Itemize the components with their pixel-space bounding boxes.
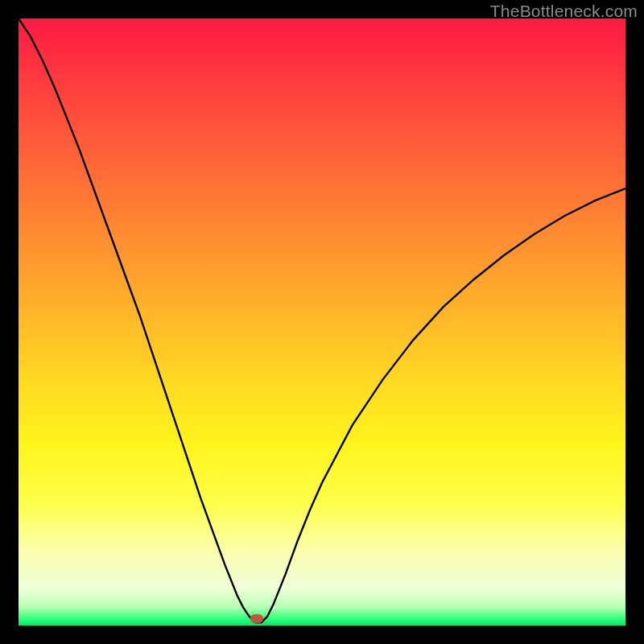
curve-path [19,19,625,622]
watermark-text: TheBottleneck.com [490,2,638,21]
minimum-marker [250,614,263,623]
bottleneck-curve [19,19,625,625]
chart-frame: TheBottleneck.com [0,0,644,644]
plot-area [19,19,625,625]
